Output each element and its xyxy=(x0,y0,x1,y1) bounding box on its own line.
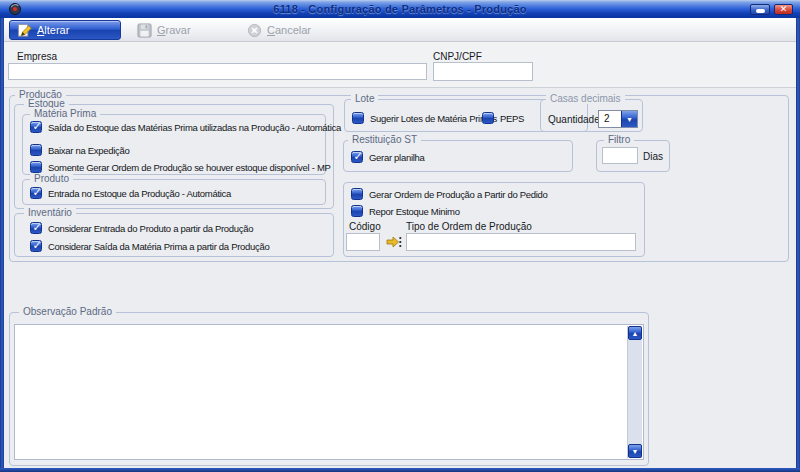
checkbox-label: Sugerir Lotes de Matéria Primas xyxy=(370,112,497,125)
quantidade-label: Quantidade xyxy=(548,114,600,125)
cancelar-button[interactable]: Cancelar xyxy=(240,20,318,40)
checkbox-label: Repor Estoque Minimo xyxy=(369,205,460,218)
checkbox-repor-estoque-minimo[interactable]: Repor Estoque Minimo xyxy=(351,205,460,218)
checkbox-label: Saída do Estoque das Matérias Prima util… xyxy=(48,121,341,134)
group-observacao-label: Observação Padrão xyxy=(19,306,116,317)
codigo-input[interactable] xyxy=(346,233,380,251)
checkbox-baixar-expedicao[interactable]: Baixar na Expedição xyxy=(30,144,129,157)
group-restituicao-st-label: Restituição ST xyxy=(348,134,421,145)
checkbox-icon xyxy=(30,144,42,156)
checkbox-icon xyxy=(30,187,42,199)
checkbox-somente-gerar-op[interactable]: Somente Gerar Ordem de Produção se houve… xyxy=(30,161,331,174)
quantidade-value: 2 xyxy=(599,111,621,127)
checkbox-icon xyxy=(351,188,363,200)
checkbox-icon xyxy=(30,161,42,173)
close-icon: ✕ xyxy=(780,5,788,14)
window-border xyxy=(0,468,800,472)
checkbox-icon xyxy=(30,121,42,133)
checkbox-icon xyxy=(30,222,42,234)
tipo-ordem-input[interactable] xyxy=(406,233,636,251)
checkbox-label: Considerar Entrada do Produto a partir d… xyxy=(48,222,253,235)
checkbox-icon xyxy=(351,205,363,217)
gravar-button[interactable]: Gravar xyxy=(130,20,198,40)
empresa-label: Empresa xyxy=(17,51,57,62)
checkbox-peps[interactable]: PEPS xyxy=(482,112,524,125)
chevron-down-icon[interactable]: ▼ xyxy=(621,111,637,127)
scroll-down-icon[interactable]: ▼ xyxy=(628,444,642,458)
tipo-ordem-label: Tipo de Ordem de Produção xyxy=(406,221,532,232)
cnpj-label: CNPJ/CPF xyxy=(433,51,482,62)
cancel-circle-icon xyxy=(247,23,262,38)
checkbox-icon xyxy=(482,112,494,124)
checkbox-label: Gerar Ordem de Produção a Partir do Pedi… xyxy=(369,188,548,201)
scroll-up-icon[interactable]: ▲ xyxy=(628,326,642,340)
alterar-button[interactable]: Alterar xyxy=(9,20,121,40)
cancelar-label: Cancelar xyxy=(267,24,311,36)
dias-label: Dias xyxy=(643,151,663,162)
checkbox-considerar-saida[interactable]: Considerar Saída da Matéria Prima a part… xyxy=(30,240,269,253)
observacao-textarea[interactable] xyxy=(15,325,627,459)
codigo-label: Código xyxy=(349,221,381,232)
save-floppy-icon xyxy=(137,23,152,38)
minimize-icon xyxy=(756,9,765,13)
checkbox-saida-estoque-mp[interactable]: Saída do Estoque das Matérias Prima util… xyxy=(30,121,341,134)
close-button[interactable]: ✕ xyxy=(774,4,793,15)
checkbox-entrada-estoque[interactable]: Entrada no Estoque da Produção - Automát… xyxy=(30,187,231,200)
checkbox-label: Entrada no Estoque da Produção - Automát… xyxy=(48,187,231,200)
empresa-input[interactable] xyxy=(8,63,427,80)
filtro-dias-input[interactable] xyxy=(602,147,638,164)
checkbox-gerar-ordem-pedido[interactable]: Gerar Ordem de Produção a Partir do Pedi… xyxy=(351,188,548,201)
group-produto-label: Produto xyxy=(30,173,73,184)
minimize-button[interactable] xyxy=(750,4,770,15)
checkbox-sugerir-lotes[interactable]: Sugerir Lotes de Matéria Primas xyxy=(352,112,497,125)
window-title: 6118 - Configuração de Parâmetros - Prod… xyxy=(0,3,800,15)
checkbox-label: Somente Gerar Ordem de Produção se houve… xyxy=(48,161,331,174)
cnpj-input[interactable] xyxy=(433,62,533,81)
checkbox-label: Considerar Saída da Matéria Prima a part… xyxy=(48,240,269,253)
window-border xyxy=(0,16,4,472)
checkbox-label: PEPS xyxy=(500,112,524,125)
lookup-icon[interactable] xyxy=(386,234,402,250)
group-lote-label: Lote xyxy=(351,93,378,104)
checkbox-icon xyxy=(352,112,364,124)
checkbox-label: Baixar na Expedição xyxy=(48,144,129,157)
checkbox-icon xyxy=(30,240,42,252)
quantidade-dropdown[interactable]: 2 ▼ xyxy=(598,110,638,128)
gravar-label: Gravar xyxy=(157,24,191,36)
edit-pencil-icon xyxy=(17,23,32,38)
group-filtro-label: Filtro xyxy=(604,134,634,145)
checkbox-considerar-entrada[interactable]: Considerar Entrada do Produto a partir d… xyxy=(30,222,253,235)
observacao-textarea-frame: ▲ ▼ xyxy=(14,324,644,460)
parametros-producao-window: 6118 - Configuração de Parâmetros - Prod… xyxy=(0,0,800,472)
titlebar: 6118 - Configuração de Parâmetros - Prod… xyxy=(0,0,800,18)
group-materia-prima-label: Matéria Prima xyxy=(30,108,100,119)
checkbox-gerar-planilha[interactable]: Gerar planilha xyxy=(351,151,424,164)
window-border xyxy=(796,16,800,472)
checkbox-icon xyxy=(351,151,363,163)
group-inventario-label: Inventário xyxy=(24,207,76,218)
vertical-scrollbar[interactable]: ▲ ▼ xyxy=(627,326,642,458)
alterar-label: Alterar xyxy=(37,24,69,36)
toolbar: Alterar Gravar Cancelar xyxy=(4,18,796,42)
group-casas-decimais-label: Casas decimais xyxy=(546,93,625,104)
checkbox-label: Gerar planilha xyxy=(369,151,424,164)
